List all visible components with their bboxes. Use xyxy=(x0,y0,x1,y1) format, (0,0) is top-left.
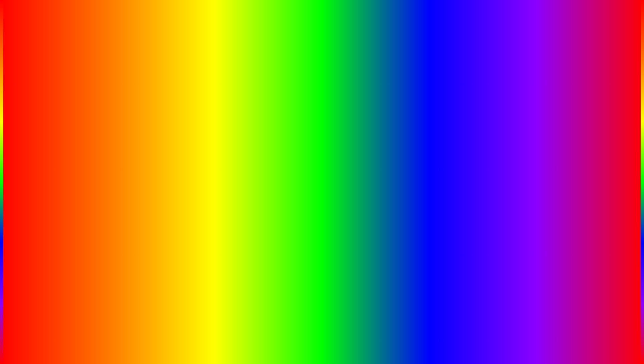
panel-right-time-value: 08:36:54 xyxy=(413,100,426,103)
select-monster-dropdown[interactable]: ▼ xyxy=(437,150,447,156)
panel-right-session: Hr(s) : 0 Min(s) : 2 Sec(s) : 8 xyxy=(361,112,405,116)
checkbox-auto-buy[interactable] xyxy=(181,143,186,148)
dropdown-arrow-mode: ▼ xyxy=(439,123,445,129)
blox-logo-circle: ☠ xyxy=(571,298,601,328)
panel-right-user-row: 👤 XxArSendxX Hr(s) : 0 Min(s) : 2 Sec(s)… xyxy=(291,107,450,121)
select-mode-row[interactable]: Select Mode Farm : ▼ xyxy=(321,123,447,129)
toggle-label-auto-next: Auto Next Island xyxy=(72,164,181,169)
toggle-logo-2 xyxy=(62,153,67,159)
toggle-label-auto-start: Auto Start Dungeon xyxy=(72,154,181,158)
sidebar-item-stats[interactable]: Stats xyxy=(31,121,58,129)
sidebar-item-settings[interactable]: Settings xyxy=(291,129,318,138)
more-label: Master... xyxy=(321,169,447,177)
title-letter-u: U xyxy=(380,5,419,63)
title-letter-b: B xyxy=(138,5,178,63)
checkbox-auto-next[interactable] xyxy=(181,164,186,169)
dropdown-arrow-monster: ▼ xyxy=(439,150,445,156)
panel-right-avatar: 👤 xyxy=(294,108,304,119)
toggle-logo-r1 xyxy=(322,134,328,140)
select-mode-dropdown[interactable]: ▼ xyxy=(437,123,447,129)
select-monster-row[interactable]: Select Monster : ▼ xyxy=(321,150,447,156)
panel-right-content: Select Mode Farm : ▼ Start Auto Farm Oth… xyxy=(318,121,450,204)
title-letter-f: F xyxy=(307,5,340,63)
toggle-start-auto-farm[interactable]: Start Auto Farm xyxy=(321,132,447,142)
panel-right-time-label: [Time] : xyxy=(400,100,411,103)
panel-left-content: Use in Dungeon Only! Select Dungeon : Bi… xyxy=(58,121,190,204)
blox-logo-bottom-text: FRUITS xyxy=(567,340,606,352)
toggle-logo-r2 xyxy=(322,161,328,167)
panel-right-game-title: Blox Fruit UPD 18 xyxy=(328,99,398,103)
checkbox-farm-monster[interactable] xyxy=(441,162,446,167)
dungeon-only-label: Use in Dungeon Only! xyxy=(61,123,187,129)
title-letter-x: X xyxy=(254,5,290,63)
panel-right-logo: FTS X HUB xyxy=(294,98,323,105)
checkbox-kill-aura[interactable] xyxy=(181,174,186,179)
panel-right-header: FTS X HUB Blox Fruit UPD 18 [Time] : 08:… xyxy=(291,96,450,107)
select-dungeon-row[interactable]: Select Dungeon : Bird: Phoenix ▼ xyxy=(61,131,187,138)
panel-left: FTS X HUB Blox Fruit UPD 18 [Time] : 08:… xyxy=(30,95,190,205)
title-letter-r: R xyxy=(340,5,380,63)
sidebar-item-stats-r[interactable]: Stats xyxy=(291,155,318,164)
panel-right-fps-value: 42 xyxy=(443,100,447,103)
toggle-label-farm-monster: Farm Selected Monster xyxy=(332,162,441,166)
panel-right-sidebar: Main Settings Weapons Race V4 Stats Play… xyxy=(291,121,318,204)
other-label: Other xyxy=(379,144,389,148)
bottom-text-area: AUTO FARM SCRIPT PASTEBIN xyxy=(0,316,644,356)
sidebar-item-weapons[interactable]: Weapons xyxy=(291,138,318,147)
bottom-pastebin: PASTEBIN xyxy=(422,321,552,350)
toggle-label-auto-buy: Auto Buy Chip Dungeon xyxy=(72,143,181,148)
panel-right-logo-text: FTS X HUB xyxy=(302,99,323,104)
toggle-label-start-farm: Start Auto Farm xyxy=(332,135,441,139)
panel-left-fps-value: 19 xyxy=(183,100,187,103)
sidebar-item-player[interactable]: Player xyxy=(31,129,58,138)
toggle-logo-3 xyxy=(62,164,67,169)
fts-logo-icon-r xyxy=(294,98,301,105)
sidebar-item-misc[interactable]: Misc xyxy=(31,173,58,181)
sidebar-item-teleport-r[interactable]: Teleport xyxy=(291,173,318,181)
panel-left-time-value: 08:37:21 xyxy=(152,100,166,103)
panel-left-user-row: 👤 XxArSendxX Hr(s) : 0 Min(s) : 2 Sec(s)… xyxy=(31,107,190,121)
panel-right: FTS X HUB Blox Fruit UPD 18 [Time] : 08:… xyxy=(290,95,450,205)
title-letter-s: S xyxy=(469,5,505,63)
panel-right-fps-label: [FPS] : xyxy=(431,100,441,103)
fts-logo-icon xyxy=(33,98,41,105)
title-letter-l: L xyxy=(178,5,212,63)
other-divider: Other xyxy=(321,144,447,148)
sidebar-item-main[interactable]: Main xyxy=(291,121,318,129)
panel-left-ping: [Ping] : 82.8596 (15%CV) xyxy=(149,112,187,116)
sidebar-item-teleport[interactable]: Teleport xyxy=(31,138,58,147)
toggle-auto-buy-chip[interactable]: Auto Buy Chip Dungeon xyxy=(61,141,187,151)
select-mode-label: Select Mode Farm : xyxy=(321,124,437,128)
dropdown-arrow: ▼ xyxy=(154,132,157,136)
toggle-logo-1 xyxy=(62,143,67,148)
toggle-kill-aura[interactable]: Kill Aura xyxy=(61,172,187,182)
toggle-auto-next[interactable]: Auto Next Island xyxy=(61,161,187,172)
sidebar-item-player-r[interactable]: Player xyxy=(291,164,318,173)
panel-right-ping: [Ping] : 75.3956 (20%CV) xyxy=(409,112,447,116)
panel-left-sidebar: Stats Player Teleport Dungeon Fruit+Esp … xyxy=(31,121,58,204)
toggle-auto-start[interactable]: Auto Start Dungeon xyxy=(61,151,187,161)
bottom-auto-farm: AUTO FARM xyxy=(92,316,306,356)
toggle-logo-4 xyxy=(62,174,67,179)
panel-left-game-title: Blox Fruit UPD 18 xyxy=(68,99,137,103)
sidebar-item-fruitesp[interactable]: Fruit+Esp xyxy=(31,155,58,164)
sidebar-item-dungeon[interactable]: Dungeon xyxy=(31,147,58,155)
bottom-script: SCRIPT xyxy=(316,321,412,350)
panel-right-username: XxArSendxX xyxy=(306,111,359,116)
title-letter-t: T xyxy=(435,5,469,63)
sidebar-item-shop[interactable]: Shop xyxy=(31,164,58,173)
toggle-label-kill-aura: Kill Aura xyxy=(72,174,181,179)
blox-fruits-logo: ☠ BLOX FRUITS xyxy=(567,298,606,352)
toggle-farm-monster[interactable]: Farm Selected Monster xyxy=(321,159,447,169)
main-title-area: BLOX FRUITS xyxy=(0,8,644,60)
panel-left-logo: FTS X HUB xyxy=(33,98,63,105)
sidebar-item-racev4[interactable]: Race V4 xyxy=(291,147,318,155)
select-monster-label: Select Monster : xyxy=(321,151,437,155)
select-dungeon-dropdown[interactable]: Select Dungeon : Bird: Phoenix ▼ xyxy=(87,131,160,138)
panel-left-logo-text: FTS X HUB xyxy=(42,99,63,104)
panel-left-username: XxArSendxX xyxy=(46,111,96,116)
checkbox-auto-start[interactable] xyxy=(181,154,186,159)
blox-logo-top-text: BLOX xyxy=(567,330,606,340)
panel-left-session: Hr(s) : 0 Min(s) : 2 Sec(s) : 35 xyxy=(98,112,144,116)
checkbox-start-farm[interactable] xyxy=(441,135,446,140)
